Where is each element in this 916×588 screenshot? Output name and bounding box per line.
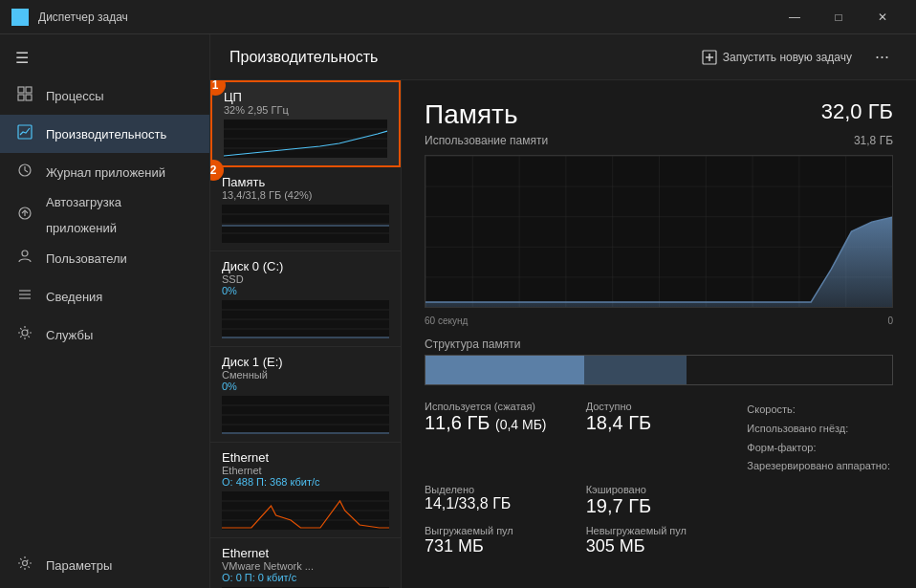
maximize-button[interactable]: □ (817, 0, 861, 34)
sidebar-label-services: Службы (46, 328, 93, 342)
svg-point-12 (22, 250, 28, 256)
memory-graph (222, 205, 389, 243)
perf-item-ethernet2[interactable]: Ethernet VMware Network ... О: 0 П: 0 кб… (210, 538, 401, 588)
sidebar-label-settings: Параметры (46, 558, 112, 573)
stat-alloc-value: 14,1/33,8 ГБ (425, 495, 571, 512)
sidebar-item-services[interactable]: Службы (0, 316, 209, 354)
hamburger-icon: ☰ (15, 49, 29, 67)
sidebar-label-startup: Автозагрузка (46, 195, 121, 209)
eth1-name: Ethernet (222, 450, 269, 465)
stat-nonpaged: Невыгружаемый пул 305 МБ (586, 525, 732, 556)
disk1-header: Диск 1 (E:) (222, 355, 389, 369)
sidebar-item-processes[interactable]: Процессы (0, 76, 209, 115)
detail-title: Память (425, 99, 518, 130)
sidebar-item-performance[interactable]: Производительность (0, 115, 209, 153)
perf-item-ethernet1[interactable]: Ethernet Ethernet О: 488 П: 368 кбит/с (210, 443, 401, 538)
disk1-val: 0% (222, 381, 389, 392)
sidebar: ☰ Процессы Производительность (0, 34, 210, 588)
stat-avail: Доступно 18,4 ГБ (586, 401, 732, 476)
cpu-header: ЦП (224, 90, 387, 104)
graph-labels: 60 секунд 0 (425, 316, 893, 326)
svg-rect-8 (18, 125, 32, 139)
eth2-header: Ethernet (222, 546, 389, 560)
sidebar-label-details: Сведения (46, 290, 102, 304)
mem-seg-cached (584, 356, 687, 384)
stat-used: Используется (сжатая) 11,6 ГБ (0,4 МБ) (425, 401, 571, 476)
stat-used-label: Используется (сжатая) (425, 401, 571, 412)
right-label-form: Форм-фактор: (747, 439, 893, 458)
eth2-sub: VMware Network ... (222, 560, 389, 572)
new-task-button[interactable]: Запустить новую задачу (702, 50, 852, 65)
processes-icon (15, 86, 34, 105)
graph-time-right: 0 (887, 316, 893, 326)
disk1-graph (222, 396, 389, 434)
usage-val: 31,8 ГБ (854, 134, 893, 147)
app-icon (11, 9, 29, 26)
cpu-name: ЦП (224, 90, 242, 104)
disk0-name: Диск 0 (C:) (222, 259, 283, 273)
memory-struct-label: Структура памяти (425, 338, 893, 351)
services-icon (15, 325, 34, 344)
sidebar-item-settings[interactable]: Параметры (0, 546, 209, 584)
memory-name: Память (222, 175, 265, 189)
stat-nonpaged-label: Невыгружаемый пул (586, 525, 732, 536)
users-icon (15, 249, 34, 268)
svg-rect-6 (18, 95, 24, 100)
sidebar-item-details[interactable]: Сведения (0, 277, 209, 316)
new-task-label: Запустить новую задачу (723, 51, 852, 64)
startup-icon (15, 206, 34, 225)
titlebar-controls: — □ ✕ (773, 0, 905, 34)
perf-item-memory[interactable]: 2 Память 13,4/31,8 ГБ (42%) (210, 167, 401, 251)
detail-total: 32,0 ГБ (821, 99, 893, 124)
hamburger-button[interactable]: ☰ (0, 38, 209, 76)
svg-rect-3 (21, 18, 28, 25)
minimize-button[interactable]: — (773, 0, 817, 34)
eth1-header: Ethernet (222, 450, 389, 465)
stat-avail-value: 18,4 ГБ (586, 412, 732, 434)
stat-used-value: 11,6 ГБ (0,4 МБ) (425, 412, 571, 434)
close-button[interactable]: ✕ (861, 0, 905, 34)
disk1-type: Сменный (222, 369, 389, 381)
disk0-graph (222, 300, 389, 338)
details-icon (15, 287, 34, 306)
eth1-val: О: 488 П: 368 кбит/с (222, 476, 389, 488)
detail-subtitle: Использование памяти 31,8 ГБ (425, 134, 893, 147)
disk0-type: SSD (222, 273, 389, 285)
sidebar-item-users[interactable]: Пользователи (0, 239, 209, 277)
titlebar-left: Диспетчер задач (11, 9, 128, 26)
graph-time-label: 60 секунд (425, 316, 468, 326)
perf-item-disk1[interactable]: Диск 1 (E:) Сменный 0% (210, 347, 401, 443)
main-area: Производительность Запустить новую задач… (210, 34, 916, 588)
stat-paged: Выгружаемый пул 731 МБ (425, 525, 571, 556)
performance-list: 1 ЦП 32% 2,95 ГГц (210, 80, 402, 588)
toolbar: Производительность Запустить новую задач… (210, 34, 916, 80)
svg-rect-2 (12, 18, 19, 25)
eth2-name: Ethernet (222, 546, 269, 560)
eth1-sub: Ethernet (222, 465, 389, 476)
apphistory-icon (15, 163, 34, 182)
eth2-val: О: 0 П: 0 кбит/с (222, 572, 389, 583)
svg-rect-5 (26, 87, 32, 93)
svg-rect-4 (18, 87, 24, 93)
right-label-slots: Использовано гнёзд: (747, 420, 893, 439)
memory-sub: 13,4/31,8 ГБ (42%) (222, 189, 389, 201)
detail-stats: Используется (сжатая) 11,6 ГБ (0,4 МБ) Д… (425, 401, 893, 556)
perf-item-disk0[interactable]: Диск 0 (C:) SSD 0% (210, 251, 401, 347)
stat-used-sub: (0,4 МБ) (495, 417, 547, 432)
right-label-reserved: Зарезервировано аппаратно: (747, 457, 893, 476)
stat-avail-label: Доступно (586, 401, 732, 412)
stat-cached: Кэшировано 19,7 ГБ (586, 484, 732, 517)
disk0-header: Диск 0 (C:) (222, 259, 389, 273)
stat-alloc-label: Выделено (425, 484, 571, 495)
perf-item-cpu[interactable]: 1 ЦП 32% 2,95 ГГц (210, 80, 401, 167)
memory-header: Память (222, 175, 389, 189)
sidebar-item-startup[interactable]: Автозагрузка приложений (0, 191, 209, 239)
memory-graph-main (425, 155, 893, 308)
performance-icon (15, 124, 34, 143)
svg-rect-1 (21, 10, 28, 16)
stat-cached-value: 19,7 ГБ (586, 495, 732, 517)
sidebar-item-apphistory[interactable]: Журнал приложений (0, 153, 209, 191)
more-options-button[interactable]: ··· (867, 43, 897, 71)
usage-label: Использование памяти (425, 134, 548, 147)
mem-seg-free (687, 356, 892, 384)
